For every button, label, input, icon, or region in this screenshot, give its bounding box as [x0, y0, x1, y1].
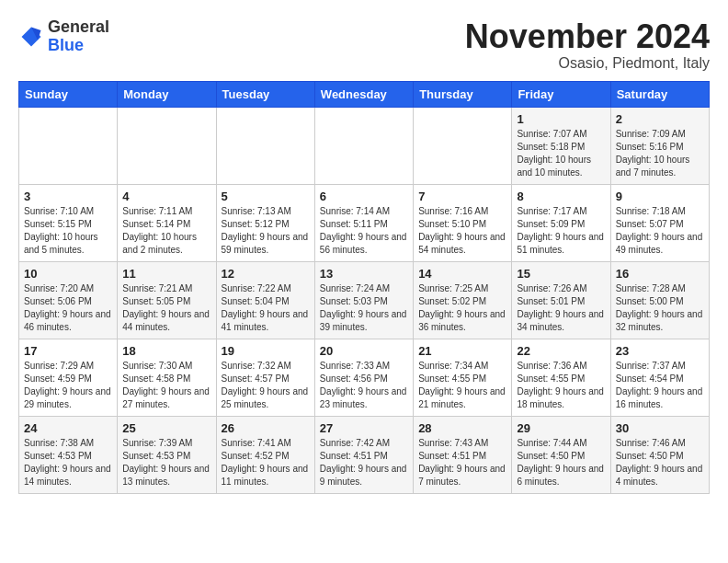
day-info: Sunrise: 7:44 AM Sunset: 4:50 PM Dayligh…	[517, 437, 605, 488]
logo-icon	[18, 24, 44, 50]
title-block: November 2024 Osasio, Piedmont, Italy	[465, 18, 710, 72]
day-info: Sunrise: 7:24 AM Sunset: 5:03 PM Dayligh…	[320, 282, 408, 334]
day-info: Sunrise: 7:46 AM Sunset: 4:50 PM Dayligh…	[616, 437, 704, 488]
calendar-cell: 23Sunrise: 7:37 AM Sunset: 4:54 PM Dayli…	[610, 339, 709, 416]
calendar-cell: 21Sunrise: 7:34 AM Sunset: 4:55 PM Dayli…	[414, 339, 512, 416]
calendar-week-row: 17Sunrise: 7:29 AM Sunset: 4:59 PM Dayli…	[19, 339, 710, 416]
calendar-cell: 2Sunrise: 7:09 AM Sunset: 5:16 PM Daylig…	[610, 107, 709, 184]
weekday-header: Thursday	[414, 81, 512, 107]
day-number: 11	[122, 267, 210, 281]
calendar-cell: 30Sunrise: 7:46 AM Sunset: 4:50 PM Dayli…	[610, 416, 709, 493]
calendar-week-row: 10Sunrise: 7:20 AM Sunset: 5:06 PM Dayli…	[19, 261, 710, 339]
calendar-table: SundayMondayTuesdayWednesdayThursdayFrid…	[18, 81, 710, 494]
calendar-cell: 10Sunrise: 7:20 AM Sunset: 5:06 PM Dayli…	[19, 261, 118, 339]
day-number: 7	[418, 190, 506, 203]
day-number: 30	[616, 421, 704, 435]
calendar-cell: 28Sunrise: 7:43 AM Sunset: 4:51 PM Dayli…	[414, 416, 512, 493]
day-info: Sunrise: 7:43 AM Sunset: 4:51 PM Dayligh…	[418, 437, 506, 488]
day-number: 22	[517, 344, 605, 358]
calendar-cell	[314, 107, 413, 184]
day-number: 28	[418, 421, 506, 435]
day-number: 26	[222, 421, 310, 435]
calendar-cell: 4Sunrise: 7:11 AM Sunset: 5:14 PM Daylig…	[118, 184, 216, 261]
calendar-cell	[118, 107, 216, 184]
location: Osasio, Piedmont, Italy	[465, 55, 710, 72]
day-info: Sunrise: 7:42 AM Sunset: 4:51 PM Dayligh…	[320, 437, 408, 488]
weekday-header: Tuesday	[216, 81, 314, 107]
calendar-week-row: 3Sunrise: 7:10 AM Sunset: 5:15 PM Daylig…	[19, 184, 710, 261]
day-info: Sunrise: 7:14 AM Sunset: 5:11 PM Dayligh…	[320, 205, 408, 257]
day-info: Sunrise: 7:41 AM Sunset: 4:52 PM Dayligh…	[222, 437, 310, 488]
calendar-cell: 18Sunrise: 7:30 AM Sunset: 4:58 PM Dayli…	[118, 339, 216, 416]
day-number: 6	[320, 190, 408, 203]
calendar-cell: 3Sunrise: 7:10 AM Sunset: 5:15 PM Daylig…	[19, 184, 118, 261]
calendar-cell: 12Sunrise: 7:22 AM Sunset: 5:04 PM Dayli…	[216, 261, 314, 339]
calendar-cell: 26Sunrise: 7:41 AM Sunset: 4:52 PM Dayli…	[216, 416, 314, 493]
day-info: Sunrise: 7:20 AM Sunset: 5:06 PM Dayligh…	[24, 282, 112, 334]
day-info: Sunrise: 7:25 AM Sunset: 5:02 PM Dayligh…	[418, 282, 506, 334]
calendar-cell: 15Sunrise: 7:26 AM Sunset: 5:01 PM Dayli…	[512, 261, 610, 339]
day-number: 19	[222, 344, 310, 358]
day-info: Sunrise: 7:07 AM Sunset: 5:18 PM Dayligh…	[517, 128, 605, 179]
day-number: 16	[616, 267, 704, 281]
logo-blue: Blue	[48, 37, 109, 55]
day-info: Sunrise: 7:39 AM Sunset: 4:53 PM Dayligh…	[122, 437, 210, 488]
calendar-week-row: 24Sunrise: 7:38 AM Sunset: 4:53 PM Dayli…	[19, 416, 710, 493]
day-number: 17	[24, 344, 112, 358]
calendar-cell: 9Sunrise: 7:18 AM Sunset: 5:07 PM Daylig…	[610, 184, 709, 261]
day-info: Sunrise: 7:28 AM Sunset: 5:00 PM Dayligh…	[616, 282, 704, 334]
day-info: Sunrise: 7:29 AM Sunset: 4:59 PM Dayligh…	[24, 360, 112, 411]
day-info: Sunrise: 7:26 AM Sunset: 5:01 PM Dayligh…	[517, 282, 605, 334]
day-number: 21	[418, 344, 506, 358]
month-title: November 2024	[465, 18, 710, 55]
logo-general: General	[48, 18, 109, 37]
calendar-cell: 7Sunrise: 7:16 AM Sunset: 5:10 PM Daylig…	[414, 184, 512, 261]
calendar-cell: 11Sunrise: 7:21 AM Sunset: 5:05 PM Dayli…	[118, 261, 216, 339]
day-number: 29	[517, 421, 605, 435]
day-number: 3	[24, 190, 112, 203]
calendar-cell: 14Sunrise: 7:25 AM Sunset: 5:02 PM Dayli…	[414, 261, 512, 339]
day-info: Sunrise: 7:30 AM Sunset: 4:58 PM Dayligh…	[122, 360, 210, 411]
day-info: Sunrise: 7:34 AM Sunset: 4:55 PM Dayligh…	[418, 360, 506, 411]
weekday-header: Sunday	[19, 81, 118, 107]
calendar-week-row: 1Sunrise: 7:07 AM Sunset: 5:18 PM Daylig…	[19, 107, 710, 184]
day-number: 27	[320, 421, 408, 435]
day-number: 18	[122, 344, 210, 358]
calendar-cell: 25Sunrise: 7:39 AM Sunset: 4:53 PM Dayli…	[118, 416, 216, 493]
day-info: Sunrise: 7:32 AM Sunset: 4:57 PM Dayligh…	[222, 360, 310, 411]
calendar-cell: 19Sunrise: 7:32 AM Sunset: 4:57 PM Dayli…	[216, 339, 314, 416]
calendar-cell: 6Sunrise: 7:14 AM Sunset: 5:11 PM Daylig…	[314, 184, 413, 261]
calendar-cell	[216, 107, 314, 184]
day-info: Sunrise: 7:21 AM Sunset: 5:05 PM Dayligh…	[122, 282, 210, 334]
day-info: Sunrise: 7:13 AM Sunset: 5:12 PM Dayligh…	[222, 205, 310, 257]
day-number: 25	[122, 421, 210, 435]
day-info: Sunrise: 7:18 AM Sunset: 5:07 PM Dayligh…	[616, 205, 704, 257]
calendar-cell: 1Sunrise: 7:07 AM Sunset: 5:18 PM Daylig…	[512, 107, 610, 184]
weekday-header: Monday	[118, 81, 216, 107]
calendar-cell	[414, 107, 512, 184]
day-number: 9	[616, 190, 704, 203]
day-info: Sunrise: 7:33 AM Sunset: 4:56 PM Dayligh…	[320, 360, 408, 411]
calendar-cell: 20Sunrise: 7:33 AM Sunset: 4:56 PM Dayli…	[314, 339, 413, 416]
day-number: 4	[122, 190, 210, 203]
day-number: 5	[222, 190, 310, 203]
calendar-cell: 22Sunrise: 7:36 AM Sunset: 4:55 PM Dayli…	[512, 339, 610, 416]
weekday-header-row: SundayMondayTuesdayWednesdayThursdayFrid…	[19, 81, 710, 107]
day-number: 14	[418, 267, 506, 281]
day-number: 20	[320, 344, 408, 358]
day-info: Sunrise: 7:38 AM Sunset: 4:53 PM Dayligh…	[24, 437, 112, 488]
weekday-header: Wednesday	[314, 81, 413, 107]
logo: General Blue	[18, 18, 109, 55]
calendar-cell: 8Sunrise: 7:17 AM Sunset: 5:09 PM Daylig…	[512, 184, 610, 261]
day-number: 8	[517, 190, 605, 203]
weekday-header: Saturday	[610, 81, 709, 107]
calendar-cell: 29Sunrise: 7:44 AM Sunset: 4:50 PM Dayli…	[512, 416, 610, 493]
day-info: Sunrise: 7:36 AM Sunset: 4:55 PM Dayligh…	[517, 360, 605, 411]
day-number: 13	[320, 267, 408, 281]
day-number: 15	[517, 267, 605, 281]
day-info: Sunrise: 7:11 AM Sunset: 5:14 PM Dayligh…	[122, 205, 210, 257]
calendar-cell: 5Sunrise: 7:13 AM Sunset: 5:12 PM Daylig…	[216, 184, 314, 261]
day-number: 1	[517, 112, 605, 126]
day-info: Sunrise: 7:09 AM Sunset: 5:16 PM Dayligh…	[616, 128, 704, 179]
day-number: 10	[24, 267, 112, 281]
